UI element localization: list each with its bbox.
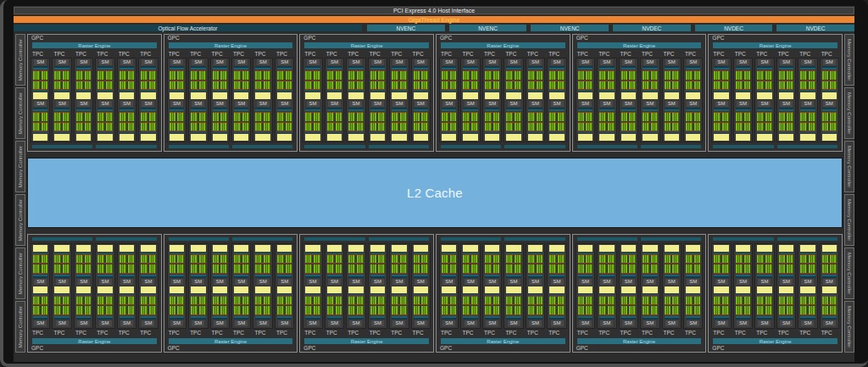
sm-separator-bar bbox=[277, 131, 292, 133]
sm-cache-bar bbox=[665, 245, 679, 252]
tpc-label: TPC bbox=[798, 329, 817, 336]
sm-unit: SM bbox=[170, 59, 184, 99]
sm-unit: SM bbox=[305, 101, 320, 141]
sm-core-block bbox=[314, 113, 320, 121]
gpc-label: GPC bbox=[576, 35, 704, 42]
sm-label: SM bbox=[643, 320, 656, 326]
sm-core-block bbox=[213, 264, 220, 273]
sm-core-block bbox=[528, 264, 535, 273]
sm-core-block bbox=[199, 264, 206, 273]
sm-core-block bbox=[608, 71, 615, 80]
sm-core-block bbox=[471, 255, 478, 264]
sm-core-block bbox=[336, 113, 342, 121]
sm-core-block bbox=[672, 306, 679, 314]
sm-core-block bbox=[608, 255, 615, 264]
sm-core-block bbox=[485, 123, 492, 131]
sm-unit: SM bbox=[213, 59, 227, 99]
sm-cache-bar bbox=[686, 92, 700, 99]
sm-core-block bbox=[471, 113, 478, 121]
sm-core-block bbox=[213, 306, 220, 314]
sm-core-block bbox=[665, 123, 671, 131]
nvdec-label: NVDEC bbox=[806, 25, 826, 31]
sm-unit: SM bbox=[97, 59, 112, 99]
sm-core-row bbox=[414, 70, 428, 80]
sm-label: SM bbox=[192, 279, 204, 285]
sm-core-block bbox=[515, 264, 521, 273]
sm-core-block bbox=[809, 81, 815, 90]
sm-core-row bbox=[76, 306, 91, 315]
sm-separator-bar bbox=[506, 131, 520, 133]
tpc-box: SMSM bbox=[210, 243, 230, 329]
sm-core-block bbox=[485, 71, 492, 80]
sm-core-block bbox=[787, 71, 793, 80]
sm-core-block bbox=[141, 255, 147, 264]
sm-label: SM bbox=[529, 101, 542, 107]
sm-core-block bbox=[686, 306, 693, 314]
sm-core-block bbox=[63, 71, 70, 80]
sm-unit: SM bbox=[528, 101, 542, 141]
sm-core-block bbox=[255, 306, 262, 314]
tpc-columns: TPCSMSMTPCSMSMTPCSMSMTPCSMSMTPCSMSMTPCSM… bbox=[439, 241, 567, 336]
sm-unit: SM bbox=[643, 286, 657, 326]
sm-cache-bar bbox=[370, 245, 385, 252]
sm-unit: SM bbox=[97, 245, 112, 285]
sm-core-block bbox=[54, 297, 61, 305]
sm-label: SM bbox=[99, 320, 112, 326]
sm-core-block bbox=[54, 81, 61, 90]
sm-core-row bbox=[277, 297, 292, 306]
sm-core-block bbox=[336, 71, 342, 80]
sm-scheduler-bar bbox=[234, 316, 248, 320]
sm-scheduler-bar bbox=[714, 316, 728, 320]
tpc: TPCSMSM bbox=[325, 241, 344, 336]
sm-core-block bbox=[199, 123, 206, 131]
raster-engine-bar: Raster Engine bbox=[304, 42, 429, 48]
sm-scheduler-bar bbox=[305, 316, 320, 320]
sm-separator-bar bbox=[800, 89, 815, 92]
sm-core-block bbox=[414, 71, 420, 80]
sm-core-block bbox=[141, 297, 147, 305]
sm-unit: SM bbox=[800, 59, 815, 99]
tpc: TPCSMSM bbox=[74, 241, 93, 336]
raster-engine-bar: Raster Engine bbox=[577, 42, 702, 48]
sm-core-row bbox=[277, 112, 292, 121]
sm-core-block bbox=[493, 264, 500, 273]
sm-core-block bbox=[694, 81, 701, 90]
sm-label: SM bbox=[77, 101, 90, 107]
sm-core-block bbox=[191, 71, 198, 80]
sm-label: SM bbox=[120, 320, 133, 326]
sm-scheduler-bar bbox=[191, 66, 205, 70]
sm-unit: SM bbox=[714, 286, 728, 326]
sm-core-row bbox=[141, 112, 155, 121]
sm-scheduler-bar bbox=[348, 108, 363, 111]
sm-core-block bbox=[220, 264, 227, 273]
sm-scheduler-bar bbox=[549, 275, 564, 278]
sm-core-row bbox=[414, 306, 428, 315]
sm-label: SM bbox=[823, 59, 836, 65]
sm-separator-bar bbox=[599, 89, 614, 92]
sm-core-row bbox=[170, 297, 184, 306]
sm-label: SM bbox=[278, 59, 291, 65]
sm-core-block bbox=[264, 71, 270, 80]
tpc-label: TPC bbox=[619, 329, 638, 336]
sm-core-block bbox=[234, 123, 241, 131]
sm-core-block bbox=[191, 255, 198, 264]
sm-core-block bbox=[336, 255, 342, 264]
sm-scheduler-bar bbox=[327, 66, 342, 70]
sm-core-row bbox=[414, 112, 428, 121]
tpc-label: TPC bbox=[210, 329, 230, 336]
sm-scheduler-bar bbox=[213, 108, 227, 111]
sm-core-block bbox=[665, 81, 671, 90]
sm-scheduler-bar bbox=[686, 108, 700, 111]
gpc-bar bbox=[713, 145, 773, 148]
sm-label: SM bbox=[780, 101, 793, 107]
sm-core-block bbox=[42, 123, 48, 131]
tpc: TPCSMSM bbox=[188, 241, 208, 336]
sm-core-row bbox=[170, 264, 184, 274]
sm-core-block bbox=[255, 297, 262, 305]
sm-cache-bar bbox=[643, 92, 657, 99]
sm-core-row bbox=[549, 297, 564, 306]
sm-core-block bbox=[370, 297, 377, 305]
tpc-box: SMSM bbox=[253, 58, 272, 142]
sm-core-block bbox=[400, 255, 407, 264]
sm-label: SM bbox=[465, 320, 477, 326]
